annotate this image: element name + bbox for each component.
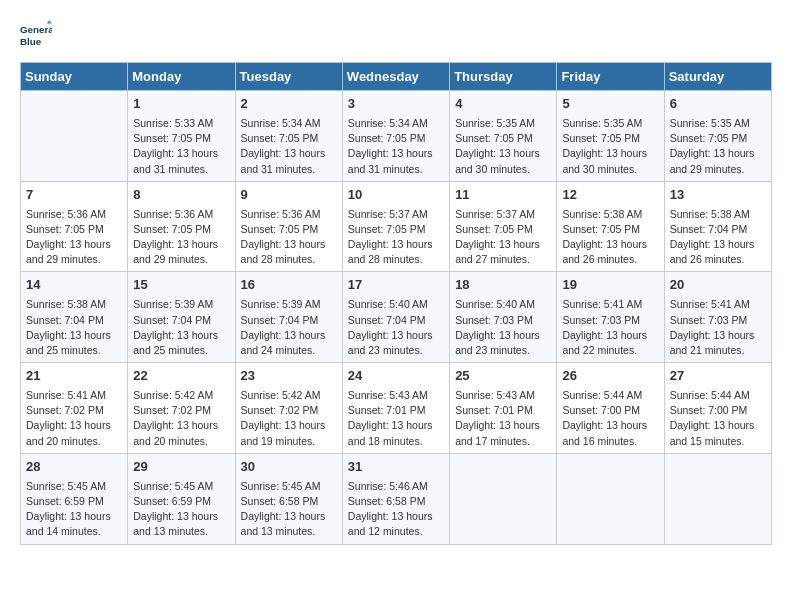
calendar-cell: 26Sunrise: 5:44 AM Sunset: 7:00 PM Dayli…	[557, 363, 664, 454]
svg-text:General: General	[20, 24, 52, 35]
calendar-cell: 15Sunrise: 5:39 AM Sunset: 7:04 PM Dayli…	[128, 272, 235, 363]
day-number: 20	[670, 276, 766, 295]
day-number: 4	[455, 95, 551, 114]
day-info: Sunrise: 5:34 AM Sunset: 7:05 PM Dayligh…	[241, 116, 337, 177]
day-number: 6	[670, 95, 766, 114]
day-info: Sunrise: 5:44 AM Sunset: 7:00 PM Dayligh…	[562, 388, 658, 449]
calendar-cell: 3Sunrise: 5:34 AM Sunset: 7:05 PM Daylig…	[342, 91, 449, 182]
header-friday: Friday	[557, 63, 664, 91]
calendar-week-2: 7Sunrise: 5:36 AM Sunset: 7:05 PM Daylig…	[21, 181, 772, 272]
day-number: 7	[26, 186, 122, 205]
logo-icon: General Blue	[20, 20, 52, 52]
calendar-cell: 24Sunrise: 5:43 AM Sunset: 7:01 PM Dayli…	[342, 363, 449, 454]
header-monday: Monday	[128, 63, 235, 91]
day-info: Sunrise: 5:37 AM Sunset: 7:05 PM Dayligh…	[348, 207, 444, 268]
day-number: 10	[348, 186, 444, 205]
day-info: Sunrise: 5:38 AM Sunset: 7:04 PM Dayligh…	[26, 297, 122, 358]
day-info: Sunrise: 5:35 AM Sunset: 7:05 PM Dayligh…	[562, 116, 658, 177]
day-info: Sunrise: 5:39 AM Sunset: 7:04 PM Dayligh…	[241, 297, 337, 358]
calendar-cell: 11Sunrise: 5:37 AM Sunset: 7:05 PM Dayli…	[450, 181, 557, 272]
header-tuesday: Tuesday	[235, 63, 342, 91]
day-number: 17	[348, 276, 444, 295]
day-info: Sunrise: 5:35 AM Sunset: 7:05 PM Dayligh…	[455, 116, 551, 177]
page-header: General Blue	[20, 20, 772, 52]
day-info: Sunrise: 5:43 AM Sunset: 7:01 PM Dayligh…	[348, 388, 444, 449]
day-info: Sunrise: 5:44 AM Sunset: 7:00 PM Dayligh…	[670, 388, 766, 449]
day-info: Sunrise: 5:38 AM Sunset: 7:04 PM Dayligh…	[670, 207, 766, 268]
calendar-cell: 4Sunrise: 5:35 AM Sunset: 7:05 PM Daylig…	[450, 91, 557, 182]
day-info: Sunrise: 5:36 AM Sunset: 7:05 PM Dayligh…	[26, 207, 122, 268]
day-info: Sunrise: 5:40 AM Sunset: 7:03 PM Dayligh…	[455, 297, 551, 358]
calendar-cell: 8Sunrise: 5:36 AM Sunset: 7:05 PM Daylig…	[128, 181, 235, 272]
calendar-cell: 19Sunrise: 5:41 AM Sunset: 7:03 PM Dayli…	[557, 272, 664, 363]
day-number: 24	[348, 367, 444, 386]
day-info: Sunrise: 5:46 AM Sunset: 6:58 PM Dayligh…	[348, 479, 444, 540]
calendar-cell: 22Sunrise: 5:42 AM Sunset: 7:02 PM Dayli…	[128, 363, 235, 454]
calendar-cell: 21Sunrise: 5:41 AM Sunset: 7:02 PM Dayli…	[21, 363, 128, 454]
day-number: 2	[241, 95, 337, 114]
calendar-cell: 29Sunrise: 5:45 AM Sunset: 6:59 PM Dayli…	[128, 453, 235, 544]
calendar-cell: 5Sunrise: 5:35 AM Sunset: 7:05 PM Daylig…	[557, 91, 664, 182]
calendar-cell: 25Sunrise: 5:43 AM Sunset: 7:01 PM Dayli…	[450, 363, 557, 454]
day-number: 5	[562, 95, 658, 114]
logo: General Blue	[20, 20, 56, 52]
calendar-cell: 2Sunrise: 5:34 AM Sunset: 7:05 PM Daylig…	[235, 91, 342, 182]
day-number: 15	[133, 276, 229, 295]
day-number: 22	[133, 367, 229, 386]
day-info: Sunrise: 5:45 AM Sunset: 6:59 PM Dayligh…	[26, 479, 122, 540]
day-info: Sunrise: 5:39 AM Sunset: 7:04 PM Dayligh…	[133, 297, 229, 358]
calendar-cell: 12Sunrise: 5:38 AM Sunset: 7:05 PM Dayli…	[557, 181, 664, 272]
calendar-cell: 6Sunrise: 5:35 AM Sunset: 7:05 PM Daylig…	[664, 91, 771, 182]
calendar-cell: 18Sunrise: 5:40 AM Sunset: 7:03 PM Dayli…	[450, 272, 557, 363]
calendar-table: SundayMondayTuesdayWednesdayThursdayFrid…	[20, 62, 772, 545]
day-info: Sunrise: 5:36 AM Sunset: 7:05 PM Dayligh…	[133, 207, 229, 268]
day-number: 28	[26, 458, 122, 477]
calendar-cell: 20Sunrise: 5:41 AM Sunset: 7:03 PM Dayli…	[664, 272, 771, 363]
day-info: Sunrise: 5:41 AM Sunset: 7:02 PM Dayligh…	[26, 388, 122, 449]
day-info: Sunrise: 5:35 AM Sunset: 7:05 PM Dayligh…	[670, 116, 766, 177]
calendar-cell: 14Sunrise: 5:38 AM Sunset: 7:04 PM Dayli…	[21, 272, 128, 363]
calendar-cell: 16Sunrise: 5:39 AM Sunset: 7:04 PM Dayli…	[235, 272, 342, 363]
day-info: Sunrise: 5:43 AM Sunset: 7:01 PM Dayligh…	[455, 388, 551, 449]
day-number: 19	[562, 276, 658, 295]
day-number: 8	[133, 186, 229, 205]
day-number: 25	[455, 367, 551, 386]
calendar-cell	[557, 453, 664, 544]
calendar-cell	[21, 91, 128, 182]
day-info: Sunrise: 5:45 AM Sunset: 6:59 PM Dayligh…	[133, 479, 229, 540]
day-number: 18	[455, 276, 551, 295]
calendar-cell: 27Sunrise: 5:44 AM Sunset: 7:00 PM Dayli…	[664, 363, 771, 454]
day-info: Sunrise: 5:37 AM Sunset: 7:05 PM Dayligh…	[455, 207, 551, 268]
day-number: 12	[562, 186, 658, 205]
day-number: 31	[348, 458, 444, 477]
day-info: Sunrise: 5:40 AM Sunset: 7:04 PM Dayligh…	[348, 297, 444, 358]
header-thursday: Thursday	[450, 63, 557, 91]
calendar-header-row: SundayMondayTuesdayWednesdayThursdayFrid…	[21, 63, 772, 91]
day-number: 11	[455, 186, 551, 205]
calendar-cell: 7Sunrise: 5:36 AM Sunset: 7:05 PM Daylig…	[21, 181, 128, 272]
header-saturday: Saturday	[664, 63, 771, 91]
header-sunday: Sunday	[21, 63, 128, 91]
day-info: Sunrise: 5:45 AM Sunset: 6:58 PM Dayligh…	[241, 479, 337, 540]
day-number: 14	[26, 276, 122, 295]
header-wednesday: Wednesday	[342, 63, 449, 91]
day-number: 21	[26, 367, 122, 386]
day-info: Sunrise: 5:41 AM Sunset: 7:03 PM Dayligh…	[670, 297, 766, 358]
day-number: 13	[670, 186, 766, 205]
calendar-cell: 10Sunrise: 5:37 AM Sunset: 7:05 PM Dayli…	[342, 181, 449, 272]
day-info: Sunrise: 5:34 AM Sunset: 7:05 PM Dayligh…	[348, 116, 444, 177]
calendar-week-3: 14Sunrise: 5:38 AM Sunset: 7:04 PM Dayli…	[21, 272, 772, 363]
calendar-cell: 9Sunrise: 5:36 AM Sunset: 7:05 PM Daylig…	[235, 181, 342, 272]
day-number: 23	[241, 367, 337, 386]
day-info: Sunrise: 5:36 AM Sunset: 7:05 PM Dayligh…	[241, 207, 337, 268]
calendar-week-4: 21Sunrise: 5:41 AM Sunset: 7:02 PM Dayli…	[21, 363, 772, 454]
day-number: 27	[670, 367, 766, 386]
day-info: Sunrise: 5:33 AM Sunset: 7:05 PM Dayligh…	[133, 116, 229, 177]
day-number: 3	[348, 95, 444, 114]
calendar-cell: 30Sunrise: 5:45 AM Sunset: 6:58 PM Dayli…	[235, 453, 342, 544]
day-number: 16	[241, 276, 337, 295]
calendar-cell	[450, 453, 557, 544]
svg-marker-2	[47, 20, 52, 24]
calendar-week-5: 28Sunrise: 5:45 AM Sunset: 6:59 PM Dayli…	[21, 453, 772, 544]
calendar-cell: 17Sunrise: 5:40 AM Sunset: 7:04 PM Dayli…	[342, 272, 449, 363]
